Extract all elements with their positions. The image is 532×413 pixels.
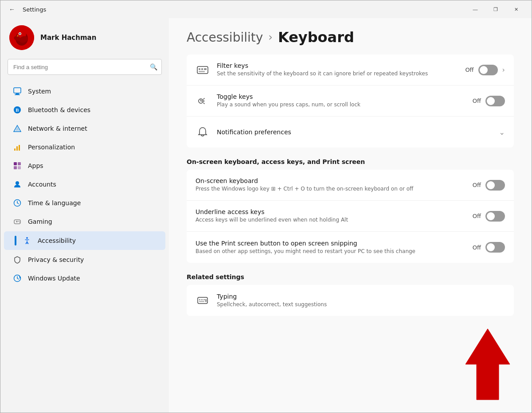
- nav-update[interactable]: Windows Update: [4, 269, 165, 287]
- window-controls: — ❐ ✕: [465, 2, 526, 16]
- svg-point-22: [16, 181, 19, 185]
- system-icon: [13, 87, 22, 96]
- typing-title: Typing: [217, 293, 505, 300]
- nav-label-update: Windows Update: [28, 275, 80, 282]
- notification-prefs-control: ⌄: [499, 128, 505, 136]
- onscreen-keyboard-text: On-screen keyboard Press the Windows log…: [196, 177, 466, 193]
- nav-apps[interactable]: Apps: [4, 157, 165, 175]
- svg-rect-21: [18, 166, 21, 169]
- nav-accessibility[interactable]: Accessibility: [4, 231, 165, 250]
- nav-label-accounts: Accounts: [28, 181, 56, 188]
- gaming-icon: [13, 217, 22, 226]
- filter-keys-text: Filter keys Set the sensitivity of the k…: [217, 62, 458, 78]
- nav-bluetooth[interactable]: B Bluetooth & devices: [4, 101, 165, 119]
- nav-label-time: Time & language: [28, 199, 81, 206]
- svg-rect-18: [14, 162, 17, 165]
- filter-keys-row: Filter keys Set the sensitivity of the k…: [187, 55, 514, 86]
- section2-card: On-screen keyboard Press the Windows log…: [187, 170, 514, 263]
- svg-point-4: [20, 33, 21, 35]
- nav-gaming[interactable]: Gaming: [4, 213, 165, 230]
- window-title: Settings: [23, 6, 46, 13]
- svg-point-29: [18, 221, 19, 222]
- svg-rect-43: [203, 299, 205, 300]
- toggle-keys-toggle[interactable]: [485, 96, 505, 106]
- main-content: Mark Hachman 🔍 System B Bluetooth & devi…: [0, 18, 532, 413]
- typing-desc: Spellcheck, autocorrect, text suggestion…: [217, 301, 505, 308]
- nav-label-bluetooth: Bluetooth & devices: [28, 106, 90, 113]
- page-header: Accessibility › Keyboard: [169, 18, 532, 55]
- svg-rect-10: [15, 94, 20, 95]
- active-indicator: [15, 236, 16, 245]
- personalization-icon: [13, 143, 22, 152]
- close-button[interactable]: ✕: [506, 2, 526, 16]
- svg-rect-42: [201, 299, 203, 300]
- underline-access-title: Underline access keys: [196, 208, 466, 215]
- notification-chevron[interactable]: ⌄: [499, 128, 505, 136]
- nav-system[interactable]: System: [4, 82, 165, 100]
- breadcrumb: Accessibility: [187, 30, 263, 45]
- update-icon: [13, 274, 22, 283]
- svg-line-25: [17, 203, 19, 204]
- sidebar: Mark Hachman 🔍 System B Bluetooth & devi…: [0, 18, 169, 413]
- top-settings-card: Filter keys Set the sensitivity of the k…: [187, 55, 514, 148]
- onscreen-keyboard-toggle[interactable]: [485, 180, 505, 191]
- nav-personalization[interactable]: Personalization: [4, 138, 165, 156]
- svg-rect-8: [14, 88, 21, 93]
- search-box: 🔍: [8, 59, 162, 75]
- accounts-icon: [13, 180, 22, 189]
- svg-rect-45: [205, 299, 207, 302]
- minimize-button[interactable]: —: [465, 2, 485, 16]
- section-label-1: On-screen keyboard, access keys, and Pri…: [187, 149, 514, 170]
- svg-rect-41: [199, 299, 200, 300]
- svg-rect-37: [204, 68, 207, 70]
- toggle-keys-row: Toggle keys Play a sound when you press …: [187, 86, 514, 117]
- right-panel: Accessibility › Keyboard Filter keys Set…: [169, 18, 532, 413]
- toggle-keys-icon: [196, 94, 210, 108]
- toggle-keys-toggle-label: Off: [473, 97, 481, 104]
- filter-keys-icon: [196, 63, 210, 77]
- user-section: Mark Hachman: [0, 18, 169, 57]
- filter-keys-chevron[interactable]: ›: [502, 66, 505, 74]
- underline-access-label: Off: [473, 213, 481, 219]
- nav-time[interactable]: Time & language: [4, 194, 165, 212]
- typing-row: Typing Spellcheck, autocorrect, text sug…: [187, 285, 514, 316]
- nav-network[interactable]: Network & internet: [4, 120, 165, 137]
- toggle-keys-desc: Play a sound when you press caps, num, o…: [217, 101, 466, 109]
- underline-access-text: Underline access keys Access keys will b…: [196, 208, 466, 224]
- onscreen-keyboard-title: On-screen keyboard: [196, 177, 466, 184]
- notification-prefs-row[interactable]: Notification preferences ⌄: [187, 117, 514, 148]
- print-screen-text: Use the Print screen button to open scre…: [196, 240, 466, 255]
- filter-keys-toggle[interactable]: [478, 65, 498, 75]
- nav-accounts[interactable]: Accounts: [4, 175, 165, 193]
- underline-access-toggle[interactable]: [485, 211, 505, 222]
- avatar: [9, 25, 34, 50]
- nav-label-system: System: [28, 88, 51, 95]
- search-icon: 🔍: [150, 63, 157, 70]
- svg-rect-15: [14, 148, 16, 151]
- apps-icon: [13, 161, 22, 170]
- onscreen-keyboard-control: Off: [473, 180, 505, 191]
- back-button[interactable]: ←: [6, 3, 18, 16]
- print-screen-label: Off: [473, 244, 481, 251]
- print-screen-control: Off: [473, 242, 505, 253]
- svg-rect-44: [199, 301, 204, 302]
- maximize-button[interactable]: ❐: [485, 2, 506, 16]
- settings-window: ← Settings — ❐ ✕: [0, 0, 532, 413]
- svg-point-30: [19, 222, 20, 222]
- svg-rect-16: [16, 146, 18, 151]
- title-bar: ← Settings — ❐ ✕: [0, 0, 532, 18]
- notification-icon: [196, 125, 210, 139]
- print-screen-desc: Based on other app settings, you might n…: [196, 248, 466, 255]
- svg-rect-9: [16, 94, 19, 94]
- print-screen-row: Use the Print screen button to open scre…: [187, 232, 514, 263]
- print-screen-title: Use the Print screen button to open scre…: [196, 240, 466, 247]
- svg-rect-17: [19, 145, 20, 151]
- nav-label-accessibility: Accessibility: [38, 237, 76, 244]
- print-screen-toggle[interactable]: [485, 242, 505, 253]
- search-input[interactable]: [8, 59, 162, 75]
- privacy-icon: [13, 255, 22, 264]
- nav-label-personalization: Personalization: [28, 144, 75, 151]
- nav-privacy[interactable]: Privacy & security: [4, 251, 165, 269]
- svg-rect-19: [18, 162, 21, 165]
- network-icon: [13, 124, 22, 133]
